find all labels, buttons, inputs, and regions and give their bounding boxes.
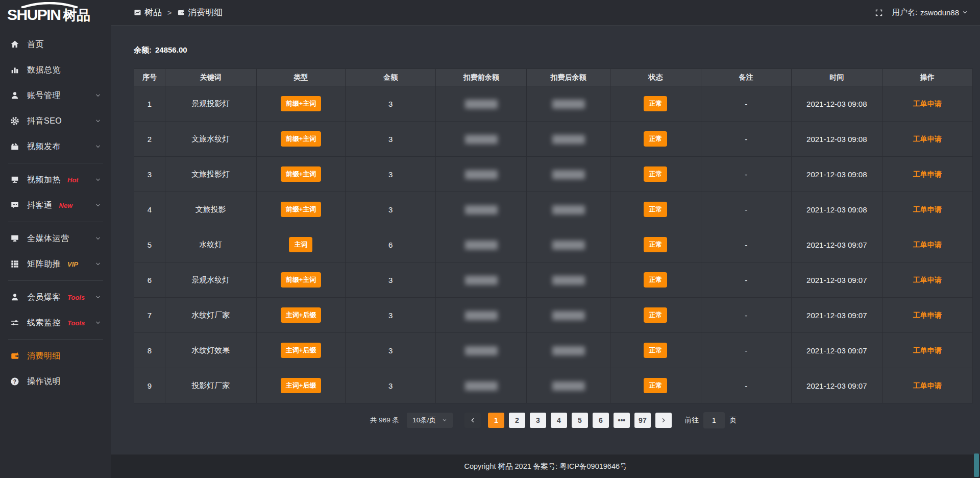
ticket-request-link[interactable]: 工单申请	[913, 241, 942, 249]
prev-page-button[interactable]	[464, 413, 481, 428]
sidebar-item-data-overview[interactable]: 数据总览	[0, 57, 111, 83]
time-cell: 2021-12-03 09:07	[792, 333, 882, 368]
balance-before-cell	[436, 86, 526, 122]
type-badge: 前缀+主词	[281, 272, 322, 288]
wallet-icon	[177, 9, 185, 16]
wallet-icon	[10, 351, 19, 361]
seq-cell: 5	[134, 227, 165, 262]
ticket-request-link[interactable]: 工单申请	[913, 170, 942, 178]
balance-before-cell	[436, 227, 526, 262]
sidebar-item-lead-monitor[interactable]: 线索监控Tools	[0, 310, 111, 336]
page-button-1[interactable]: 1	[488, 413, 504, 428]
page-button-4[interactable]: 4	[551, 413, 567, 428]
amount-cell: 3	[346, 262, 436, 298]
page-ellipsis-button[interactable]: •••	[614, 413, 630, 428]
app-icon	[134, 9, 141, 16]
blurred-value	[552, 135, 585, 144]
ticket-request-link[interactable]: 工单申请	[913, 346, 942, 354]
type-cell: 主词+后缀	[256, 368, 345, 403]
page-button-97[interactable]: 97	[634, 413, 651, 428]
ticket-request-link[interactable]: 工单申请	[913, 381, 942, 390]
ticket-request-link[interactable]: 工单申请	[913, 276, 942, 284]
chevron-down-icon	[95, 320, 101, 326]
time-cell: 2021-12-03 09:07	[792, 298, 882, 333]
chevron-down-icon	[95, 261, 101, 267]
sidebar-item-consumption-detail[interactable]: 消费明细	[0, 343, 111, 369]
sidebar-item-label: 账号管理	[27, 90, 61, 101]
sidebar-item-operation-guide[interactable]: ?操作说明	[0, 369, 111, 394]
chevron-down-icon	[442, 418, 447, 423]
sidebar-item-tag: Hot	[67, 176, 79, 184]
action-cell: 工单申请	[882, 368, 973, 403]
menu-divider	[8, 163, 103, 163]
blurred-value	[465, 276, 498, 285]
ticket-request-link[interactable]: 工单申请	[913, 311, 942, 319]
blurred-value	[465, 311, 498, 320]
chevron-down-icon	[95, 144, 101, 150]
blurred-value	[552, 381, 585, 391]
chevron-left-icon	[470, 417, 476, 423]
fullscreen-icon[interactable]	[875, 9, 883, 17]
page-size-select[interactable]: 10条/页	[407, 413, 453, 428]
breadcrumb: 树品 > 消费明细	[134, 7, 223, 18]
status-badge: 正常	[644, 202, 667, 217]
status-badge: 正常	[644, 307, 667, 323]
floating-widget[interactable]	[974, 453, 979, 477]
type-cell: 主词+后缀	[256, 333, 345, 368]
note-cell: -	[701, 262, 791, 298]
note-cell: -	[701, 157, 791, 192]
member-icon	[10, 293, 19, 302]
sidebar-item-account-management[interactable]: 账号管理	[0, 83, 111, 108]
time-cell: 2021-12-03 09:07	[792, 227, 882, 262]
keyword-cell: 景观投影灯	[165, 86, 256, 122]
ticket-request-link[interactable]: 工单申请	[913, 135, 942, 143]
breadcrumb-item-root[interactable]: 树品	[134, 7, 162, 18]
keyword-cell: 水纹灯效果	[165, 333, 256, 368]
goto-page-input[interactable]	[703, 412, 725, 428]
type-badge: 主词+后缀	[281, 343, 322, 358]
ticket-request-link[interactable]: 工单申请	[913, 100, 942, 108]
type-badge: 主词+后缀	[281, 307, 322, 323]
topbar-right: 用户名: zswodun88	[875, 8, 968, 17]
sidebar-item-video-publish[interactable]: 视频发布	[0, 134, 111, 159]
balance-after-cell	[526, 298, 610, 333]
sidebar-item-home[interactable]: 首页	[0, 32, 111, 57]
ticket-request-link[interactable]: 工单申请	[913, 205, 942, 213]
time-cell: 2021-12-03 09:08	[792, 86, 882, 122]
sidebar-item-all-media-operation[interactable]: 全媒体运营	[0, 226, 111, 251]
page-button-2[interactable]: 2	[509, 413, 525, 428]
table-row: 1景观投影灯前缀+主词3正常-2021-12-03 09:08工单申请	[134, 86, 973, 122]
blurred-value	[465, 241, 498, 250]
sidebar-item-member-burst[interactable]: 会员爆客Tools	[0, 284, 111, 310]
status-cell: 正常	[610, 333, 701, 368]
sidebar-item-tag: New	[59, 202, 73, 209]
next-page-button[interactable]	[655, 413, 672, 428]
logo-text-cn: 树品	[63, 8, 90, 23]
page-button-5[interactable]: 5	[572, 413, 588, 428]
seq-cell: 7	[134, 298, 165, 333]
page-button-3[interactable]: 3	[530, 413, 546, 428]
sidebar-item-label: 视频发布	[27, 141, 61, 152]
type-badge: 前缀+主词	[281, 202, 322, 217]
column-header-0: 序号	[134, 69, 165, 86]
keyword-cell: 水纹灯	[165, 227, 256, 262]
sidebar-item-douyin-seo[interactable]: 抖音SEO	[0, 108, 111, 134]
type-cell: 主词+后缀	[256, 298, 345, 333]
note-cell: -	[701, 298, 791, 333]
sidebar-item-matrix-boost[interactable]: 矩阵助推VIP	[0, 251, 111, 277]
blurred-value	[552, 241, 585, 250]
keyword-cell: 投影灯厂家	[165, 368, 256, 403]
app-logo: SHUPIN树品	[0, 0, 111, 25]
seq-cell: 6	[134, 262, 165, 298]
user-menu[interactable]: 用户名: zswodun88	[892, 8, 968, 17]
sidebar-item-douketong[interactable]: 抖客通New	[0, 193, 111, 218]
balance-before-cell	[436, 333, 526, 368]
page-button-6[interactable]: 6	[593, 413, 609, 428]
time-cell: 2021-12-03 09:07	[792, 368, 882, 403]
column-header-3: 金额	[346, 69, 436, 86]
table-row: 5水纹灯主词6正常-2021-12-03 09:07工单申请	[134, 227, 973, 262]
sidebar-item-video-heating[interactable]: 视频加热Hot	[0, 167, 111, 193]
type-cell: 前缀+主词	[256, 157, 345, 192]
home-icon	[10, 40, 19, 49]
keyword-cell: 文旅水纹灯	[165, 122, 256, 157]
